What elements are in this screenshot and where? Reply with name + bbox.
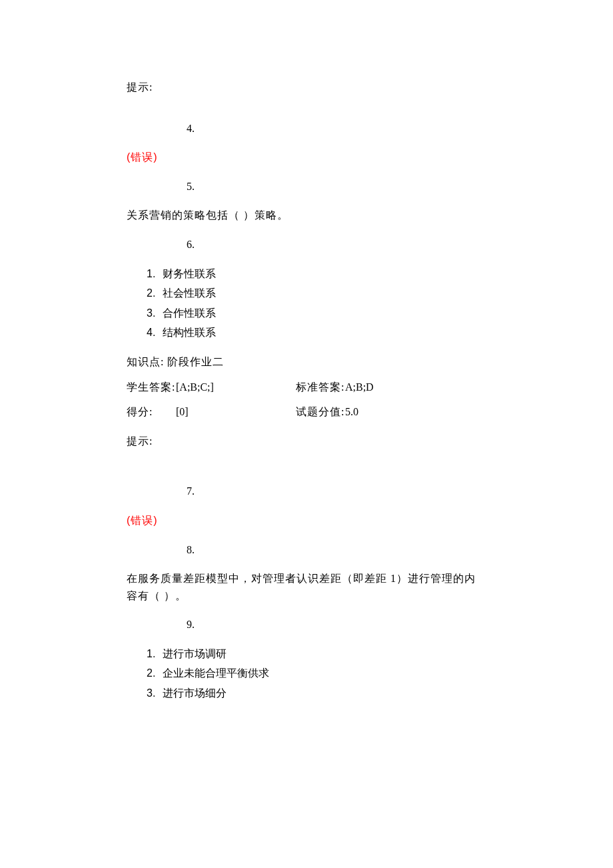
option-text: 社会性联系 [163,287,216,299]
list-item: 4.结构性联系 [127,324,486,341]
list-item: 1.进行市场调研 [127,645,486,663]
knowledge-value: 阶段作业二 [167,356,224,367]
option-number: 3. [147,685,163,702]
score-value: [0] [176,403,296,421]
question-text-1: 关系营销的策略包括（ ）策略。 [127,207,486,224]
list-item: 2.社会性联系 [127,285,486,302]
question-text-2: 在服务质量差距模型中，对管理者认识差距（即差距 1）进行管理的内容有（ ）。 [127,570,486,604]
option-number: 2. [147,665,163,682]
student-answer-value: [A;B;C;] [176,379,296,396]
option-text: 进行市场调研 [163,648,227,659]
option-text: 合作性联系 [163,307,216,319]
option-text: 企业未能合理平衡供求 [163,667,269,679]
option-number: 2. [147,285,163,302]
option-text: 进行市场细分 [163,687,227,699]
option-number: 3. [147,305,163,322]
question-score-value: 5.0 [345,403,358,421]
hint-label: 提示: [127,79,486,96]
knowledge-row: 知识点: 阶段作业二 [127,353,486,371]
section-number-6: 6. [127,236,486,253]
knowledge-label: 知识点: [127,356,164,367]
section-number-7: 7. [127,483,486,500]
option-number: 4. [147,324,163,341]
standard-answer-value: A;B;D [345,379,374,396]
list-item: 1.财务性联系 [127,265,486,283]
list-item: 3.合作性联系 [127,305,486,322]
section-number-5: 5. [127,178,486,195]
option-number: 1. [147,645,163,663]
question-score-label: 试题分值: [296,403,345,421]
section-number-9: 9. [127,616,486,633]
option-number: 1. [147,265,163,283]
option-text: 财务性联系 [163,268,216,279]
options-list-2: 1.进行市场调研 2.企业未能合理平衡供求 3.进行市场细分 [127,645,486,702]
error-status: (错误) [127,149,486,166]
option-text: 结构性联系 [163,327,216,338]
options-list-1: 1.财务性联系 2.社会性联系 3.合作性联系 4.结构性联系 [127,265,486,341]
standard-answer-label: 标准答案: [296,379,345,396]
section-number-4: 4. [127,120,486,137]
answer-row: 学生答案: [A;B;C;] 标准答案: A;B;D [127,379,486,396]
section-number-8: 8. [127,541,486,559]
list-item: 3.进行市场细分 [127,685,486,702]
hint-label: 提示: [127,433,486,450]
list-item: 2.企业未能合理平衡供求 [127,665,486,682]
error-status: (错误) [127,512,486,529]
score-label: 得分: [127,403,176,421]
score-row: 得分: [0] 试题分值: 5.0 [127,403,486,421]
student-answer-label: 学生答案: [127,379,176,396]
